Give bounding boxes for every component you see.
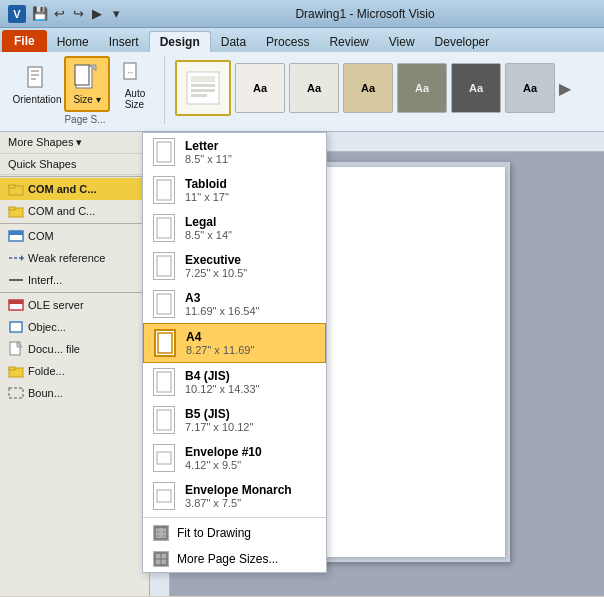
dropdown-item-tabloid[interactable]: Tabloid 11" x 17": [143, 171, 326, 209]
svg-rect-3: [31, 78, 36, 80]
b5jis-size: 7.17" x 10.12": [185, 421, 316, 433]
more-page-sizes-action[interactable]: More Page Sizes...: [143, 546, 326, 572]
sidebar-item-com[interactable]: COM: [0, 225, 149, 247]
svg-rect-32: [157, 180, 171, 200]
dropdown-item-a3[interactable]: A3 11.69" x 16.54": [143, 285, 326, 323]
dropdown-item-b5jis[interactable]: B5 (JIS) 7.17" x 10.12": [143, 401, 326, 439]
folder-yellow-icon: [8, 363, 24, 379]
sidebar-item-bound-label: Boun...: [28, 387, 63, 399]
dropdown-item-executive[interactable]: Executive 7.25" x 10.5": [143, 247, 326, 285]
ribbon-body: Orientation Size ▾ ↔: [0, 52, 604, 132]
letter-size: 8.5" x 11": [185, 153, 316, 165]
svg-rect-35: [157, 294, 171, 314]
sidebar-item-com-label: COM and C...: [28, 183, 96, 195]
fit-drawing-label: Fit to Drawing: [177, 526, 251, 540]
theme-5[interactable]: Aa: [451, 63, 501, 113]
save-icon[interactable]: 💾: [32, 6, 48, 22]
sidebar: More Shapes ▾ Quick Shapes COM and C... …: [0, 132, 150, 596]
tab-file[interactable]: File: [2, 30, 47, 52]
envmonarch-size: 3.87" x 7.5": [185, 497, 316, 509]
dropdown-divider: [143, 517, 326, 518]
sidebar-item-com2-label: COM and C...: [28, 205, 95, 217]
dropdown-item-env10[interactable]: Envelope #10 4.12" x 9.5": [143, 439, 326, 477]
sidebar-item-object-label: Objec...: [28, 321, 66, 333]
more-qat-icon[interactable]: ▾: [108, 6, 124, 22]
a4-text: A4 8.27" x 11.69": [186, 330, 315, 356]
svg-rect-37: [157, 372, 171, 392]
envmonarch-page-icon: [153, 482, 175, 510]
dropdown-item-a4[interactable]: A4 8.27" x 11.69": [143, 323, 326, 363]
sidebar-item-ole-label: OLE server: [28, 299, 84, 311]
document-icon: [8, 341, 24, 357]
interface-icon: [8, 272, 24, 288]
theme-1[interactable]: Aa: [235, 63, 285, 113]
pointer-icon[interactable]: ▶: [89, 6, 105, 22]
a4-page-icon: [154, 329, 176, 357]
svg-rect-19: [9, 231, 23, 235]
undo-icon[interactable]: ↩: [51, 6, 67, 22]
tab-design[interactable]: Design: [149, 31, 211, 52]
sidebar-divider-1: [0, 176, 149, 177]
sidebar-item-com2[interactable]: COM and C...: [0, 200, 149, 222]
legal-size: 8.5" x 14": [185, 229, 316, 241]
theme-6[interactable]: Aa: [505, 63, 555, 113]
tab-review[interactable]: Review: [319, 32, 378, 52]
quick-access-toolbar[interactable]: 💾 ↩ ↪ ▶ ▾: [32, 6, 124, 22]
sidebar-divider-2: [0, 223, 149, 224]
sidebar-item-document-label: Docu... file: [28, 343, 80, 355]
redo-icon[interactable]: ↪: [70, 6, 86, 22]
sidebar-item-com-active[interactable]: COM and C...: [0, 178, 149, 200]
tab-view[interactable]: View: [379, 32, 425, 52]
svg-rect-2: [31, 74, 39, 76]
svg-rect-25: [10, 322, 22, 332]
tab-data[interactable]: Data: [211, 32, 256, 52]
orientation-button[interactable]: Orientation: [12, 56, 62, 112]
svg-rect-41: [155, 527, 167, 539]
theme-3[interactable]: Aa: [343, 63, 393, 113]
sidebar-item-ole-server[interactable]: OLE server: [0, 294, 149, 316]
dropdown-item-legal[interactable]: Legal 8.5" x 14": [143, 209, 326, 247]
sidebar-item-object[interactable]: Objec...: [0, 316, 149, 338]
auto-size-button[interactable]: ↔ AutoSize: [112, 56, 158, 112]
svg-rect-38: [157, 410, 171, 430]
theme-2[interactable]: Aa: [289, 63, 339, 113]
dropdown-item-letter[interactable]: Letter 8.5" x 11": [143, 133, 326, 171]
page-setup-label: Page S...: [64, 114, 105, 125]
executive-text: Executive 7.25" x 10.5": [185, 253, 316, 279]
size-button[interactable]: Size ▾: [64, 56, 110, 112]
themes-row: Aa Aa Aa Aa Aa Aa ▶: [169, 56, 598, 120]
object-icon: [8, 319, 24, 335]
theme-default[interactable]: [175, 60, 231, 116]
theme-4[interactable]: Aa: [397, 63, 447, 113]
tab-process[interactable]: Process: [256, 32, 319, 52]
sidebar-item-document[interactable]: Docu... file: [0, 338, 149, 360]
envmonarch-name: Envelope Monarch: [185, 483, 316, 497]
fit-to-drawing-action[interactable]: Fit to Drawing: [143, 520, 326, 546]
sidebar-item-interface[interactable]: Interf...: [0, 269, 149, 291]
tab-developer[interactable]: Developer: [425, 32, 500, 52]
svg-rect-30: [9, 388, 23, 398]
page-setup-buttons: Orientation Size ▾ ↔: [12, 56, 158, 112]
tab-insert[interactable]: Insert: [99, 32, 149, 52]
more-shapes-button[interactable]: More Shapes ▾: [0, 132, 149, 154]
env10-name: Envelope #10: [185, 445, 316, 459]
sidebar-item-weak-ref[interactable]: Weak reference: [0, 247, 149, 269]
svg-marker-21: [21, 255, 24, 261]
window-title: Drawing1 - Microsoft Visio: [134, 7, 596, 21]
svg-rect-36: [158, 333, 172, 353]
executive-size: 7.25" x 10.5": [185, 267, 316, 279]
svg-rect-13: [191, 94, 207, 97]
tab-home[interactable]: Home: [47, 32, 99, 52]
letter-text: Letter 8.5" x 11": [185, 139, 316, 165]
env10-text: Envelope #10 4.12" x 9.5": [185, 445, 316, 471]
dropdown-item-b4jis[interactable]: B4 (JIS) 10.12" x 14.33": [143, 363, 326, 401]
themes-scroll-right[interactable]: ▶: [559, 79, 571, 98]
quick-shapes-button[interactable]: Quick Shapes: [0, 154, 149, 175]
dropdown-item-envmonarch[interactable]: Envelope Monarch 3.87" x 7.5": [143, 477, 326, 515]
size-dropdown-menu: Letter 8.5" x 11" Tabloid 11" x 17" Lega…: [142, 132, 327, 573]
folder2-icon: [8, 203, 24, 219]
legal-name: Legal: [185, 215, 316, 229]
sidebar-item-folder[interactable]: Folde...: [0, 360, 149, 382]
sidebar-item-bound[interactable]: Boun...: [0, 382, 149, 404]
svg-rect-17: [9, 207, 15, 210]
